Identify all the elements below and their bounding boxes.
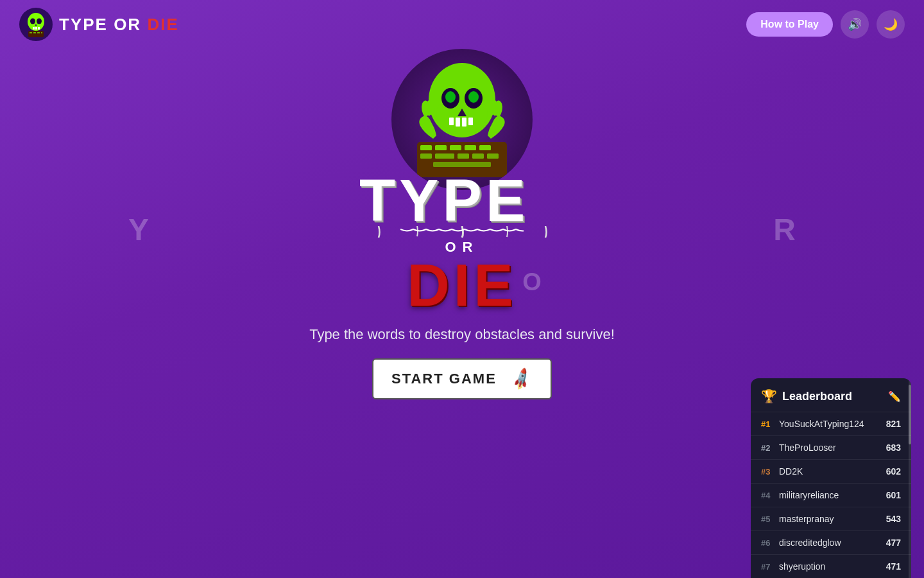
header-controls: How to Play 🔊 🌙 bbox=[746, 10, 905, 39]
player-score: 601 bbox=[886, 490, 901, 500]
start-game-button[interactable]: START GAME 🚀 bbox=[372, 358, 552, 399]
svg-point-3 bbox=[30, 19, 35, 24]
player-score: 602 bbox=[886, 466, 901, 477]
leaderboard-row: #6 discreditedglow 477 bbox=[751, 530, 911, 554]
player-name: TheProLooser bbox=[779, 442, 886, 453]
svg-point-23 bbox=[445, 91, 456, 103]
player-name: masterpranay bbox=[779, 514, 886, 524]
logo-area: TYPE OR DIE bbox=[19, 8, 179, 41]
svg-rect-19 bbox=[449, 118, 454, 125]
svg-rect-9 bbox=[28, 31, 44, 37]
rocket-icon: 🚀 bbox=[509, 366, 536, 392]
subtitle: Type the words to destroy obstacles and … bbox=[309, 326, 615, 343]
player-score: 821 bbox=[886, 419, 901, 429]
leaderboard-row: #4 militaryreliance 601 bbox=[751, 483, 911, 507]
player-score: 471 bbox=[886, 561, 901, 572]
rank-label: #6 bbox=[761, 538, 779, 548]
player-name: militaryreliance bbox=[779, 490, 886, 500]
trophy-icon: 🏆 bbox=[761, 389, 777, 404]
svg-point-24 bbox=[468, 91, 479, 103]
svg-rect-30 bbox=[479, 145, 491, 150]
leaderboard-rows: #1 YouSuckAtTyping124 821 #2 TheProLoose… bbox=[751, 412, 911, 578]
player-name: discreditedglow bbox=[779, 538, 886, 548]
leaderboard-row: #3 DD2K 602 bbox=[751, 459, 911, 483]
main-content: TYPE OR DIE O Type the words to destroy … bbox=[0, 49, 924, 399]
svg-point-4 bbox=[37, 19, 42, 24]
scroll-thumb bbox=[909, 385, 911, 444]
svg-rect-7 bbox=[35, 27, 37, 30]
leaderboard-row: #7 shyeruption 471 bbox=[751, 554, 911, 578]
player-score: 477 bbox=[886, 538, 901, 548]
how-to-play-button[interactable]: How to Play bbox=[746, 12, 833, 37]
leaderboard-title: 🏆 Leaderboard bbox=[761, 389, 852, 404]
title-die: DIE bbox=[407, 256, 517, 315]
svg-rect-11 bbox=[33, 32, 36, 33]
svg-rect-27 bbox=[435, 145, 447, 150]
logo-icon bbox=[19, 8, 53, 41]
player-name: DD2K bbox=[779, 466, 886, 477]
svg-rect-28 bbox=[450, 145, 461, 150]
player-name: shyeruption bbox=[779, 561, 886, 572]
rank-label: #1 bbox=[761, 419, 779, 429]
logo-text: TYPE OR DIE bbox=[59, 15, 179, 35]
svg-rect-20 bbox=[456, 118, 460, 127]
leaderboard-row: #2 TheProLooser 683 bbox=[751, 435, 911, 459]
svg-rect-13 bbox=[41, 32, 42, 33]
rank-label: #5 bbox=[761, 514, 779, 524]
skeleton-svg bbox=[398, 52, 526, 187]
svg-rect-31 bbox=[420, 153, 432, 159]
svg-rect-12 bbox=[37, 32, 40, 33]
start-game-label: START GAME bbox=[391, 371, 497, 387]
edit-icon[interactable]: ✏️ bbox=[888, 390, 901, 403]
svg-rect-10 bbox=[30, 32, 32, 33]
leaderboard-row: #1 YouSuckAtTyping124 821 bbox=[751, 412, 911, 435]
svg-rect-21 bbox=[462, 118, 466, 127]
header: TYPE OR DIE How to Play 🔊 🌙 bbox=[0, 0, 924, 49]
svg-rect-6 bbox=[33, 27, 35, 30]
dark-mode-toggle-button[interactable]: 🌙 bbox=[877, 10, 905, 39]
svg-rect-33 bbox=[458, 153, 469, 159]
rank-label: #2 bbox=[761, 443, 779, 453]
rank-label: #4 bbox=[761, 491, 779, 500]
floating-letter-o: O bbox=[522, 268, 542, 296]
player-score: 543 bbox=[886, 514, 901, 524]
svg-rect-26 bbox=[420, 145, 432, 150]
title-type: TYPE bbox=[359, 171, 565, 230]
svg-rect-36 bbox=[433, 162, 491, 167]
svg-rect-32 bbox=[435, 153, 454, 159]
leaderboard-panel: 🏆 Leaderboard ✏️ #1 YouSuckAtTyping124 8… bbox=[751, 378, 911, 578]
svg-rect-22 bbox=[468, 118, 473, 125]
svg-rect-8 bbox=[38, 27, 40, 30]
scroll-indicator bbox=[909, 378, 911, 578]
sound-toggle-button[interactable]: 🔊 bbox=[841, 10, 869, 39]
svg-rect-29 bbox=[465, 145, 476, 150]
leaderboard-header: 🏆 Leaderboard ✏️ bbox=[751, 389, 911, 412]
rank-label: #7 bbox=[761, 562, 779, 572]
svg-rect-35 bbox=[487, 153, 499, 159]
sound-icon: 🔊 bbox=[848, 17, 862, 31]
svg-rect-34 bbox=[472, 153, 484, 159]
rank-label: #3 bbox=[761, 467, 779, 477]
player-name: YouSuckAtTyping124 bbox=[779, 419, 886, 429]
moon-icon: 🌙 bbox=[884, 17, 898, 31]
player-score: 683 bbox=[886, 442, 901, 453]
leaderboard-row: #5 masterpranay 543 bbox=[751, 507, 911, 530]
